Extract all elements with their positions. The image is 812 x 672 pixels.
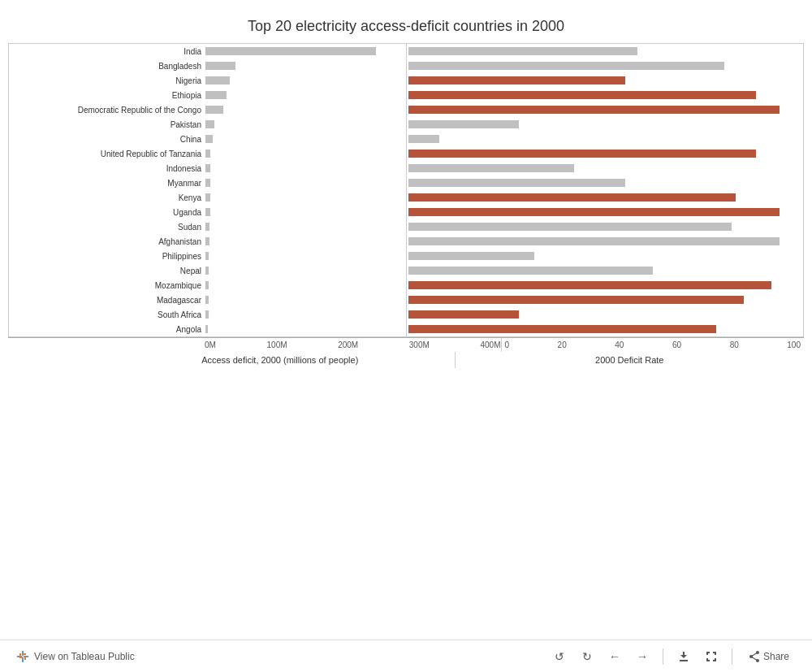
country-label: Sudan xyxy=(9,223,205,232)
right-chart-row xyxy=(407,219,804,234)
right-chart-row xyxy=(407,263,804,278)
tableau-link-text[interactable]: View on Tableau Public xyxy=(34,651,135,662)
left-chart-row: Mozambique xyxy=(9,278,406,293)
access-deficit-bar xyxy=(205,164,210,172)
right-bar-area xyxy=(407,322,804,336)
access-deficit-bar xyxy=(205,76,230,85)
chart-container: Top 20 electricity access-deficit countr… xyxy=(0,0,812,672)
deficit-rate-bar xyxy=(408,237,780,245)
fullscreen-button[interactable] xyxy=(701,646,722,667)
axis-tick-label: 0M xyxy=(205,340,216,349)
left-chart-row: Angola xyxy=(9,322,406,336)
country-label: India xyxy=(9,47,205,56)
left-chart-row: Pakistan xyxy=(9,117,406,132)
left-bar-area xyxy=(205,190,406,205)
left-chart-row: Nigeria xyxy=(9,73,406,88)
country-label: Ethiopia xyxy=(9,91,205,100)
left-bar-area xyxy=(205,176,406,190)
right-bar-area xyxy=(407,161,804,176)
left-chart-subtitle: Access deficit, 2000 (millions of people… xyxy=(8,352,456,368)
access-deficit-bar xyxy=(205,193,210,202)
right-chart-row xyxy=(407,59,804,73)
toolbar-divider xyxy=(663,648,663,665)
left-chart-row: Madagascar xyxy=(9,293,406,307)
forward-button[interactable]: → xyxy=(632,646,653,667)
left-bar-area xyxy=(205,73,406,88)
left-bar-area xyxy=(205,293,406,307)
country-label: United Republic of Tanzania xyxy=(9,150,205,158)
deficit-rate-bar xyxy=(408,135,440,143)
deficit-rate-bar xyxy=(408,296,745,304)
left-chart-row: Afghanistan xyxy=(9,234,406,249)
access-deficit-bar xyxy=(205,62,235,70)
right-chart-row xyxy=(407,176,804,190)
share-button[interactable]: Share xyxy=(742,648,796,665)
deficit-rate-bar xyxy=(408,62,724,70)
undo-button[interactable]: ↺ xyxy=(549,646,570,667)
country-label: Democratic Republic of the Congo xyxy=(9,106,205,115)
fullscreen-icon xyxy=(706,651,717,662)
deficit-rate-bar xyxy=(408,252,535,260)
axis-tick-label: 200M xyxy=(338,340,358,349)
right-chart-row xyxy=(407,161,804,176)
left-bar-area xyxy=(205,249,406,263)
left-chart-row: Ethiopia xyxy=(9,88,406,102)
left-panel: IndiaBangladeshNigeriaEthiopiaDemocratic… xyxy=(9,44,407,336)
access-deficit-bar xyxy=(205,223,209,231)
right-bar-area xyxy=(407,176,804,190)
tableau-icon xyxy=(16,650,29,663)
right-chart-row xyxy=(407,132,804,146)
access-deficit-bar xyxy=(205,237,209,245)
country-label: South Africa xyxy=(9,310,205,319)
access-deficit-bar xyxy=(205,135,213,143)
deficit-rate-bar xyxy=(408,120,519,128)
right-bar-area xyxy=(407,102,804,117)
right-bar-area xyxy=(407,73,804,88)
country-label: Madagascar xyxy=(9,296,205,305)
left-chart-row: Indonesia xyxy=(9,161,406,176)
country-label: Afghanistan xyxy=(9,237,205,246)
right-chart-row xyxy=(407,146,804,161)
left-bar-area xyxy=(205,59,406,73)
access-deficit-bar xyxy=(205,47,376,55)
access-deficit-bar xyxy=(205,91,227,99)
deficit-rate-bar xyxy=(408,106,780,114)
svg-line-12 xyxy=(751,652,758,657)
left-chart-row: Democratic Republic of the Congo xyxy=(9,102,406,117)
right-bar-area xyxy=(407,278,804,293)
svg-line-13 xyxy=(751,657,758,661)
svg-rect-5 xyxy=(24,657,26,660)
right-chart-row xyxy=(407,88,804,102)
access-deficit-bar xyxy=(205,179,210,187)
country-label: Angola xyxy=(9,325,205,334)
download-button[interactable] xyxy=(673,646,694,667)
country-label: China xyxy=(9,135,205,144)
access-deficit-bar xyxy=(205,106,223,114)
back-button[interactable]: ← xyxy=(604,646,625,667)
country-label: Uganda xyxy=(9,208,205,217)
right-bar-area xyxy=(407,205,804,219)
access-deficit-bar xyxy=(205,325,208,333)
left-chart-row: South Africa xyxy=(9,307,406,322)
right-chart-row xyxy=(407,322,804,336)
chart-inner: IndiaBangladeshNigeriaEthiopiaDemocratic… xyxy=(8,43,804,337)
country-label: Kenya xyxy=(9,193,205,202)
country-label: Bangladesh xyxy=(9,62,205,71)
redo-button[interactable]: ↻ xyxy=(577,646,598,667)
right-chart-row xyxy=(407,44,804,59)
tableau-logo[interactable]: View on Tableau Public xyxy=(16,650,135,663)
left-bar-area xyxy=(205,88,406,102)
deficit-rate-bar xyxy=(408,91,756,99)
share-label: Share xyxy=(763,651,789,662)
access-deficit-bar xyxy=(205,120,214,128)
right-chart-row xyxy=(407,234,804,249)
right-chart-row xyxy=(407,73,804,88)
left-chart-row: Bangladesh xyxy=(9,59,406,73)
left-bar-area xyxy=(205,219,406,234)
deficit-rate-bar xyxy=(408,267,654,275)
right-bar-area xyxy=(407,190,804,205)
country-label: Pakistan xyxy=(9,120,205,129)
right-bar-area xyxy=(407,146,804,161)
left-bar-area xyxy=(205,278,406,293)
right-bar-area xyxy=(407,88,804,102)
